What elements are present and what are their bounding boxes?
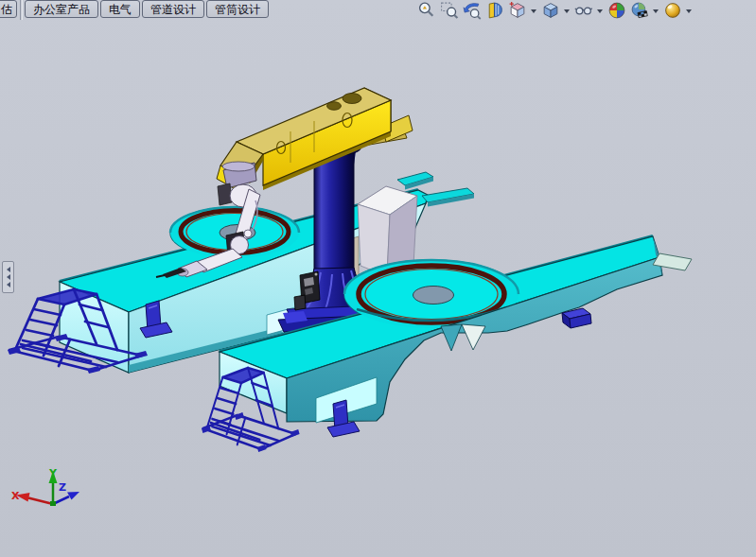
z-axis-label: Z [59, 481, 66, 494]
collapse-arrow-icon [7, 267, 10, 272]
tab-label: 管筒设计 [215, 2, 260, 18]
tab-electrical[interactable]: 电气 [100, 0, 140, 18]
collapse-arrow-icon [7, 274, 10, 280]
graphics-viewport[interactable]: Y X Z [0, 0, 756, 557]
view-settings-icon[interactable] [663, 1, 682, 20]
previous-view-icon[interactable] [463, 1, 482, 20]
panel-collapse-control[interactable] [2, 261, 14, 293]
collapse-arrow-icon [7, 282, 10, 287]
tab-office-products[interactable]: 办公室产品 [25, 0, 98, 18]
tab-evaluate-partial[interactable]: 估 [0, 0, 17, 18]
display-style-dropdown-arrow-icon[interactable] [564, 9, 570, 13]
hide-show-items-dropdown-arrow-icon[interactable] [597, 9, 603, 13]
edit-appearance-icon[interactable] [607, 1, 626, 20]
heads-up-view-toolbar [417, 1, 696, 20]
x-axis-label: X [11, 490, 20, 502]
tab-label: 估 [1, 2, 12, 18]
apply-scene-icon[interactable] [630, 1, 649, 20]
zoom-to-area-icon[interactable] [440, 1, 459, 20]
command-tabs: 估 办公室产品 电气 管道设计 管筒设计 [0, 0, 269, 21]
view-orientation-icon[interactable] [508, 1, 527, 20]
y-axis-label: Y [48, 467, 58, 479]
section-view-icon[interactable] [485, 1, 504, 20]
tab-tubing-design[interactable]: 管筒设计 [206, 0, 269, 18]
tab-label: 电气 [109, 2, 132, 18]
view-orientation-dropdown-arrow-icon[interactable] [531, 9, 536, 13]
toolbar-separator [20, 0, 23, 20]
view-settings-dropdown-arrow-icon[interactable] [686, 9, 692, 13]
tab-label: 办公室产品 [33, 2, 90, 18]
tab-piping-design[interactable]: 管道设计 [142, 0, 204, 18]
apply-scene-dropdown-arrow-icon[interactable] [653, 9, 659, 13]
display-style-icon[interactable] [541, 1, 560, 20]
hide-show-items-icon[interactable] [574, 1, 593, 20]
tab-label: 管道设计 [150, 2, 196, 18]
zoom-to-fit-icon[interactable] [417, 1, 436, 20]
